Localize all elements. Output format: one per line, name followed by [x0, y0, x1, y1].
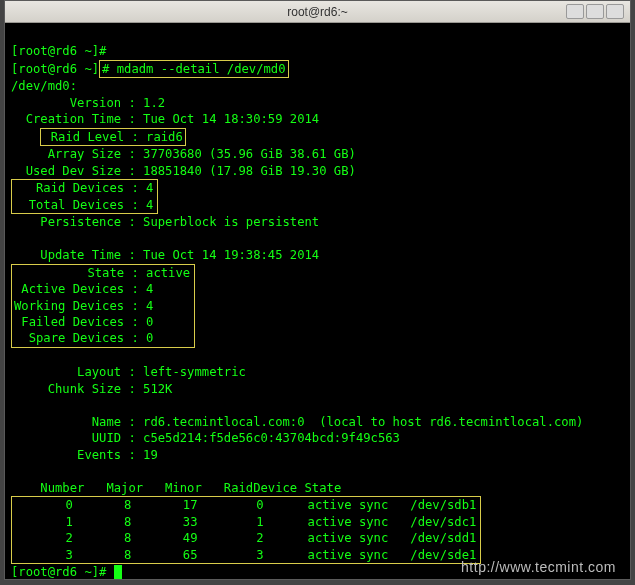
command-box: # mdadm --detail /dev/md0	[99, 60, 288, 78]
titlebar[interactable]: root@rd6:~	[5, 1, 630, 23]
prompt-line: [root@rd6 ~]#	[11, 44, 106, 58]
col-raiddevice: RaidDevice	[224, 481, 297, 495]
close-button[interactable]	[606, 4, 624, 19]
window-controls	[566, 4, 624, 19]
watermark: http://www.tecmint.com	[461, 559, 616, 575]
col-number: Number	[40, 481, 84, 495]
maximize-button[interactable]	[586, 4, 604, 19]
device-line: /dev/md0:	[11, 79, 77, 93]
minimize-button[interactable]	[566, 4, 584, 19]
state-box: State : active Active Devices : 4 Workin…	[11, 264, 195, 348]
prompt-line: [root@rd6 ~]#	[11, 565, 106, 579]
col-state: State	[305, 481, 342, 495]
col-minor: Minor	[165, 481, 202, 495]
command-text: mdadm --detail /dev/md0	[117, 62, 286, 76]
col-major: Major	[106, 481, 143, 495]
terminal-window: root@rd6:~ [root@rd6 ~]# [root@rd6 ~]# m…	[4, 0, 631, 580]
cursor	[114, 565, 122, 579]
window-title: root@rd6:~	[287, 5, 348, 19]
prompt-line: [root@rd6 ~]	[11, 62, 99, 76]
terminal-body[interactable]: [root@rd6 ~]# [root@rd6 ~]# mdadm --deta…	[5, 23, 630, 585]
raid-level-box: Raid Level : raid6	[40, 128, 185, 146]
devices-box: Raid Devices : 4 Total Devices : 4	[11, 179, 158, 214]
device-table-box: 0 8 17 0 active sync /dev/sdb1 1 8 33 1 …	[11, 496, 481, 564]
